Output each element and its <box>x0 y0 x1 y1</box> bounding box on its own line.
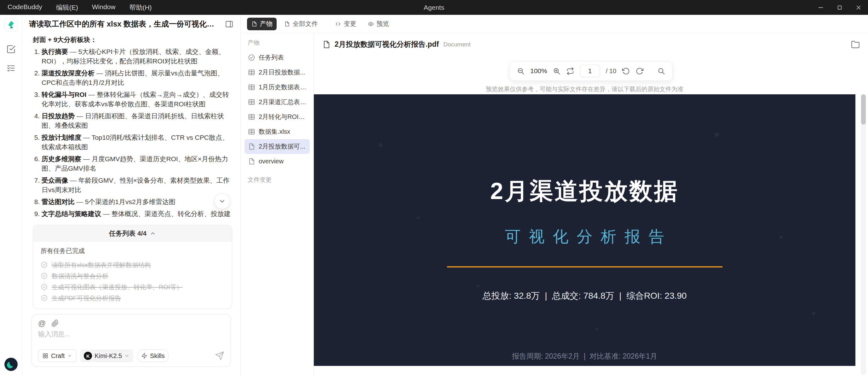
artifact-item-label: 2月转化与ROI明... <box>259 113 307 121</box>
sidebar-item-chat[interactable] <box>4 42 18 56</box>
preview-header: 2月投放数据可视化分析报告.pdf Document <box>314 33 868 56</box>
task-list-title: 任务列表 4/4 <box>109 229 147 238</box>
preview-scrollbar[interactable] <box>861 94 866 375</box>
assistant-message: 封面 + 9大分析板块： 执行摘要 — 5大核心KPI卡片（投放消耗、线索、成交… <box>22 33 240 310</box>
maximize-button[interactable] <box>830 0 849 15</box>
code-icon <box>335 21 341 27</box>
artifact-item[interactable]: 2月转化与ROI明... <box>245 110 310 124</box>
open-folder-icon[interactable] <box>851 40 860 49</box>
artifact-item[interactable]: 2月日投放数据... <box>245 65 310 80</box>
pdf-report-subtitle: 可视化分析报告 <box>314 226 856 247</box>
task-list-header[interactable]: 任务列表 4/4 <box>33 225 232 242</box>
preview-notice: 预览效果仅供参考，可能与实际文件存在差异，请以下载后的原始文件为准 <box>314 85 856 93</box>
table-icon <box>248 98 255 106</box>
artifact-item-label: 2月日投放数据... <box>259 68 305 77</box>
artifact-item-label: 2月投放数据可... <box>259 142 305 151</box>
codebuddy-logo[interactable] <box>4 18 18 31</box>
user-avatar[interactable] <box>4 358 18 371</box>
check-circle-icon <box>41 294 48 301</box>
analysis-list-item: 受众画像 — 年龄段GMV、性别×设备分布、素材类型效果、工作日vs周末对比 <box>41 176 232 195</box>
artifact-item[interactable]: 1月历史数据表x... <box>245 80 310 95</box>
tab-label: 预览 <box>376 20 389 28</box>
scroll-to-bottom-button[interactable] <box>214 193 230 209</box>
analysis-list-item: 投放计划维度 — Top10消耗/线索计划排名、CTR vs CPC散点、线索成… <box>41 133 232 152</box>
icon-rail <box>0 15 22 376</box>
rotate-icon[interactable] <box>566 67 575 75</box>
preview-content: 100% / 10 预览效果仅供参考，可能与实际文件存在差异，请以下载后的原始文… <box>314 56 868 376</box>
check-circle-icon <box>41 283 48 291</box>
chevron-down-icon <box>218 198 226 205</box>
file-changes-label: 文件变更 <box>248 176 310 184</box>
pdf-summary-stats: 总投放: 32.8万 | 总成交: 784.8万 | 综合ROI: 23.90 <box>314 290 856 302</box>
menu-item[interactable]: Window <box>92 3 116 12</box>
analysis-list-item: 雷达图对比 — 5个渠道的1月vs2月多维雷达图 <box>41 197 232 207</box>
menu-bar: CodeBuddy编辑(E)Window帮助(H) <box>0 3 152 12</box>
analysis-list-item: 日投放趋势 — 日消耗面积图、各渠道日消耗折线、日线索柱状图、堆叠线索图 <box>41 111 232 130</box>
zoom-out-icon[interactable] <box>517 67 525 75</box>
app-title: Agents <box>424 4 444 11</box>
doc-icon <box>248 143 255 150</box>
preview-file-type: Document <box>443 41 471 48</box>
send-button[interactable] <box>215 351 224 360</box>
task-list: 读取所有xlsx数据表并理解数据结构数据清洗与整合分析生成可视化图表（渠道投放、… <box>41 259 224 303</box>
minimize-icon <box>817 4 824 11</box>
eye-icon <box>368 21 374 27</box>
zoom-in-icon[interactable] <box>553 67 561 75</box>
menu-item[interactable]: CodeBuddy <box>7 3 42 12</box>
model-badge: K <box>84 352 92 360</box>
menu-item[interactable]: 编辑(E) <box>56 3 78 12</box>
tab-changes[interactable]: 变更 <box>331 18 361 30</box>
document-icon <box>284 21 290 27</box>
app-window: CodeBuddy编辑(E)Window帮助(H) Agents <box>0 0 868 376</box>
attachment-icon[interactable] <box>51 320 59 327</box>
model-selector[interactable]: K Kimi-K2.5 <box>80 349 133 362</box>
pdf-page: 2月渠道投放数据 可视化分析报告 总投放: 32.8万 | 总成交: 784.8… <box>314 94 856 366</box>
conversation-title: 请读取工作区中的所有 xlsx 数据表，生成一份可视化分析报告PD... <box>29 19 221 29</box>
panel-toggle-icon[interactable] <box>225 20 234 28</box>
document-icon <box>251 21 257 27</box>
artifact-item[interactable]: overview <box>245 154 310 169</box>
tab-label: 变更 <box>344 20 356 28</box>
analysis-list-item: 执行摘要 — 5大核心KPI卡片（投放消耗、线索、成交、金额、ROI），均标注环… <box>41 47 232 66</box>
tab-all-files[interactable]: 全部文件 <box>280 18 322 30</box>
close-button[interactable] <box>849 0 868 15</box>
analysis-list-item: 转化漏斗与ROI — 整体转化漏斗（线索→意向→成交）、成交转化率对比、获客成本… <box>41 90 232 109</box>
refresh-icon[interactable] <box>636 67 643 75</box>
minimize-button[interactable] <box>811 0 830 15</box>
artifact-item-label: overview <box>259 158 284 165</box>
artifact-item-label: 任务列表 <box>259 53 284 62</box>
search-icon[interactable] <box>657 67 665 75</box>
message-input-card: @ Craft K Kimi-K2.5 <box>32 314 231 367</box>
task-item: 生成PDF可视化分析报告 <box>41 292 224 303</box>
task-icon <box>248 54 255 61</box>
skills-button[interactable]: Skills <box>137 349 169 362</box>
right-region: 产物 全部文件 变更 预览 产物 <box>241 15 868 376</box>
pdf-report-period: 报告周期: 2026年2月 | 对比基准: 2026年1月 <box>314 351 856 361</box>
model-label: Kimi-K2.5 <box>95 352 122 359</box>
preview-panel: 2月投放数据可视化分析报告.pdf Document 100% / 10 <box>314 33 868 376</box>
artifact-item[interactable]: 2月投放数据可... <box>245 139 310 154</box>
tab-artifacts[interactable]: 产物 <box>247 18 277 30</box>
task-item: 数据清洗与整合分析 <box>41 270 224 281</box>
menu-item[interactable]: 帮助(H) <box>129 3 152 12</box>
artifact-item[interactable]: 2月渠道汇总表x... <box>245 95 310 110</box>
window-controls <box>811 0 868 15</box>
craft-mode-selector[interactable]: Craft <box>38 349 76 362</box>
tab-label: 全部文件 <box>293 20 318 28</box>
task-item: 读取所有xlsx数据表并理解数据结构 <box>41 259 224 270</box>
history-icon[interactable] <box>622 67 630 75</box>
artifact-item[interactable]: 数据集.xlsx <box>245 124 310 139</box>
view-tab-bar: 产物 全部文件 变更 预览 <box>241 15 868 33</box>
artifact-item[interactable]: 任务列表 <box>245 50 310 65</box>
artifact-list: 任务列表2月日投放数据...1月历史数据表x...2月渠道汇总表x...2月转化… <box>245 50 310 169</box>
tab-preview[interactable]: 预览 <box>364 18 393 30</box>
scrollbar-thumb[interactable] <box>861 94 866 124</box>
page-input[interactable] <box>580 65 600 77</box>
message-input[interactable] <box>38 330 224 338</box>
chevron-up-icon <box>150 230 156 237</box>
table-icon <box>248 83 255 91</box>
doc-icon <box>248 157 255 165</box>
mention-icon[interactable]: @ <box>38 320 46 327</box>
sidebar-item-tasks[interactable] <box>4 61 18 76</box>
artifacts-section-label: 产物 <box>248 39 310 47</box>
